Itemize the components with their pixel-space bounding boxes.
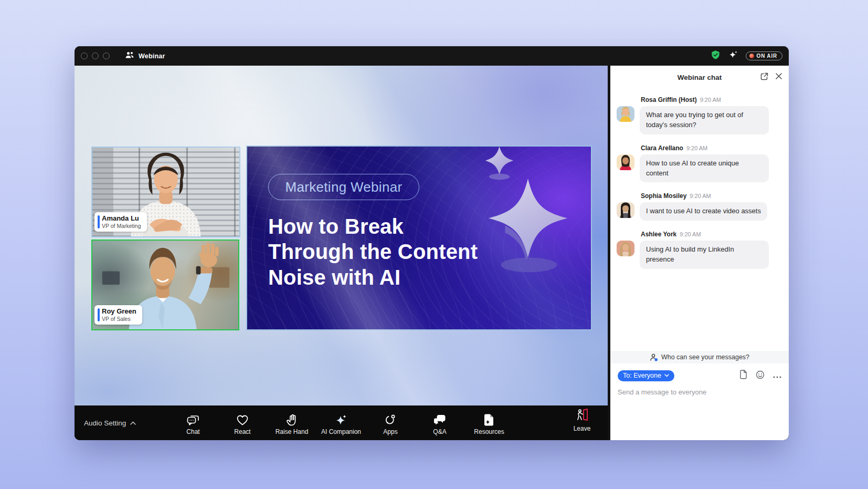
webinar-stage: Amanda Lu VP of Marketing bbox=[75, 66, 608, 440]
security-shield-icon[interactable] bbox=[711, 50, 721, 62]
document-sparkle-icon bbox=[483, 414, 495, 426]
speaker-name: Roy Green bbox=[102, 308, 136, 316]
message-author: Rosa Griffin (Host)9:20 AM bbox=[641, 96, 781, 103]
video-area: Amanda Lu VP of Marketing bbox=[75, 66, 608, 405]
message-time: 9:20 AM bbox=[690, 193, 711, 199]
window-minimize-button[interactable] bbox=[92, 53, 99, 59]
webinar-window: Webinar ON AIR bbox=[75, 46, 789, 440]
who-can-see-bar[interactable]: Who can see your messages? bbox=[610, 351, 789, 363]
chat-message: Rosa Griffin (Host)9:20 AM What are you … bbox=[617, 96, 781, 134]
chat-message: Ashlee York9:20 AM Using AI to build my … bbox=[617, 231, 781, 269]
slide-star-graphics bbox=[465, 147, 591, 329]
toolbar-raise-hand-button[interactable]: Raise Hand bbox=[269, 411, 314, 435]
toolbar-chat-button[interactable]: Chat bbox=[171, 411, 216, 435]
toolbar-leave-button[interactable]: Leave bbox=[564, 409, 600, 432]
chat-bubble-icon bbox=[186, 414, 200, 426]
leave-door-icon bbox=[575, 409, 589, 423]
toolbar-ai-companion-button[interactable]: AI Companion bbox=[319, 411, 364, 435]
webinar-chat-panel: Webinar chat bbox=[610, 66, 789, 440]
emoji-icon[interactable] bbox=[756, 370, 765, 381]
title-bar: Webinar ON AIR bbox=[75, 46, 789, 66]
speaker-tile-roy[interactable]: Roy Green VP of Sales bbox=[91, 240, 239, 330]
message-bubble: How to use AI to create unique content bbox=[640, 154, 769, 183]
avatar-ashlee bbox=[617, 241, 634, 256]
chevron-up-icon bbox=[130, 421, 136, 425]
avatar-clara bbox=[617, 154, 634, 170]
chat-header: Webinar chat bbox=[610, 66, 789, 89]
message-author: Sophia Mosiley9:20 AM bbox=[641, 192, 781, 200]
message-bubble: What are you trying to get out of today'… bbox=[640, 106, 769, 134]
name-tag-amanda: Amanda Lu VP of Marketing bbox=[94, 212, 147, 232]
sparkle-icon bbox=[334, 414, 348, 426]
toolbar-resources-button[interactable]: Resources bbox=[467, 411, 512, 435]
heart-icon bbox=[236, 414, 249, 426]
toolbar-react-button[interactable]: React bbox=[220, 411, 265, 435]
speaker-role: VP of Sales bbox=[102, 316, 136, 322]
presentation-slide[interactable]: Marketing Webinar How to Break Through t… bbox=[246, 145, 592, 330]
qa-bubbles-icon bbox=[433, 414, 447, 426]
chat-message-list[interactable]: Rosa Griffin (Host)9:20 AM What are you … bbox=[610, 89, 789, 351]
speaker-name: Amanda Lu bbox=[102, 215, 141, 223]
ai-companion-titlebar-icon[interactable] bbox=[728, 50, 738, 63]
message-time: 9:20 AM bbox=[686, 145, 707, 151]
chat-message: Clara Arellano9:20 AM How to use AI to c… bbox=[617, 144, 781, 183]
avatar-sophia bbox=[617, 202, 634, 218]
window-title: Webinar bbox=[139, 53, 165, 60]
to-everyone-dropdown[interactable]: To: Everyone bbox=[618, 370, 674, 381]
meeting-toolbar: Audio Setting Chat bbox=[75, 405, 608, 440]
file-attach-icon[interactable] bbox=[739, 370, 747, 381]
pop-out-icon[interactable] bbox=[760, 72, 769, 83]
close-icon[interactable] bbox=[775, 72, 782, 82]
on-air-badge: ON AIR bbox=[746, 51, 782, 60]
slide-badge: Marketing Webinar bbox=[268, 174, 419, 200]
window-controls[interactable] bbox=[81, 53, 110, 59]
participants-icon bbox=[125, 51, 134, 60]
avatar-rosa bbox=[617, 106, 634, 122]
apps-icon bbox=[384, 414, 397, 426]
window-zoom-button[interactable] bbox=[103, 53, 110, 59]
name-tag-roy: Roy Green VP of Sales bbox=[94, 305, 142, 325]
more-options-icon[interactable] bbox=[773, 371, 781, 380]
toolbar-apps-button[interactable]: Apps bbox=[368, 411, 413, 435]
speaker-role: VP of Marketing bbox=[102, 223, 141, 229]
on-air-dot-icon bbox=[749, 54, 754, 58]
chat-message-input[interactable] bbox=[618, 388, 781, 396]
person-privacy-icon bbox=[650, 353, 658, 361]
chevron-down-icon bbox=[664, 374, 669, 377]
message-time: 9:20 AM bbox=[680, 231, 701, 237]
message-time: 9:20 AM bbox=[700, 97, 721, 103]
slide-title: How to Break Through the Content Noise w… bbox=[268, 214, 478, 290]
message-bubble: Using AI to build my LinkedIn presence bbox=[640, 241, 769, 269]
chat-composer: To: Everyone bbox=[610, 363, 789, 440]
chat-message: Sophia Mosiley9:20 AM I want to use AI t… bbox=[617, 192, 781, 221]
message-bubble: I want to use AI to create video assets bbox=[640, 202, 767, 221]
toolbar-qa-button[interactable]: Q&A bbox=[417, 411, 462, 435]
raised-hand-icon bbox=[286, 414, 298, 426]
audio-setting-button[interactable]: Audio Setting bbox=[84, 419, 136, 427]
speaker-tile-amanda[interactable]: Amanda Lu VP of Marketing bbox=[91, 147, 240, 237]
message-author: Clara Arellano9:20 AM bbox=[641, 144, 781, 152]
window-close-button[interactable] bbox=[81, 53, 88, 59]
message-author: Ashlee York9:20 AM bbox=[641, 231, 781, 238]
